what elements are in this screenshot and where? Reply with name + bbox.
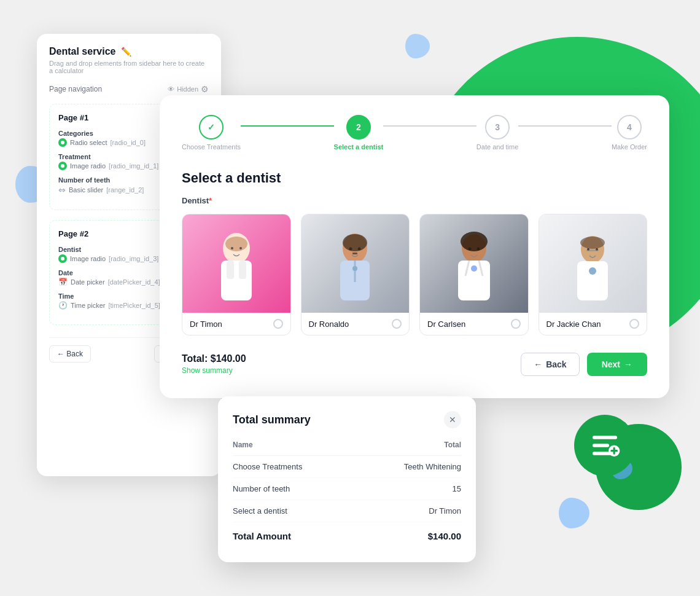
step-3: 3 Date and time (476, 115, 518, 151)
step-4-circle: 4 (617, 115, 642, 139)
svg-rect-37 (586, 249, 599, 251)
step-connector-1 (241, 125, 334, 127)
dentist-jackiechan-name: Dr Jackie Chan (546, 320, 601, 329)
dentist-timon-footer: Dr Timon (182, 313, 290, 335)
summary-modal: Total summary ✕ Name Total Choose Treatm… (218, 396, 476, 562)
required-marker: * (209, 196, 212, 205)
dentist-timon-radio[interactable] (273, 319, 283, 329)
back-arrow-icon: ← (534, 359, 542, 369)
dentist-ronaldo-radio[interactable] (392, 319, 402, 329)
step-connector-3 (518, 125, 612, 127)
svg-rect-21 (352, 253, 357, 254)
step-1: ✓ Choose Treatments (182, 115, 241, 151)
summary-row-treatments: Choose Treatments Teeth Whitening (233, 456, 461, 478)
summary-header: Total summary ✕ (233, 411, 461, 428)
dentist-jackiechan-radio[interactable] (629, 319, 639, 329)
step-3-label: Date and time (476, 143, 518, 151)
svg-point-20 (343, 234, 367, 251)
dentist-card-jackiechan[interactable]: Dr Jackie Chan (539, 214, 648, 335)
hidden-badge: 👁 Hidden ⚙ (168, 84, 209, 94)
step-4: 4 Make Order (612, 115, 647, 151)
summary-row-treatments-name: Choose Treatments (233, 456, 358, 478)
svg-rect-10 (221, 261, 252, 300)
svg-point-23 (352, 266, 357, 271)
back-button[interactable]: ← Back (521, 353, 579, 376)
editor-header: Dental service ✏️ (49, 46, 209, 57)
radio-icon-dentist (58, 254, 67, 263)
step-2: 2 Select a dentist (334, 115, 384, 151)
stepper: ✓ Choose Treatments 2 Select a dentist 3… (182, 115, 647, 151)
summary-row-dentist: Select a dentist Dr Timon (233, 500, 461, 522)
bg-blob-top (405, 34, 430, 58)
nav-buttons: ← Back Next → (521, 353, 647, 376)
summary-row-treatments-value: Teeth Whitening (358, 456, 461, 478)
next-button[interactable]: Next → (587, 353, 647, 376)
step-2-label: Select a dentist (334, 143, 384, 151)
dentist-jackiechan-photo (539, 214, 647, 313)
svg-point-6 (61, 141, 64, 144)
editor-back-button[interactable]: ← Back (49, 345, 91, 363)
dentist-carlsen-radio[interactable] (511, 319, 521, 329)
edit-icon: ✏️ (121, 47, 131, 57)
summary-total-label: Total Amount (233, 522, 358, 548)
svg-point-11 (225, 237, 247, 251)
total-amount: Total: $140.00 (182, 353, 246, 364)
summary-total-row: Total Amount $140.00 (233, 522, 461, 548)
section-title: Select a dentist (182, 170, 647, 186)
summary-col-name: Name (233, 441, 358, 456)
svg-rect-14 (227, 261, 234, 279)
calendar-icon: 📅 (58, 278, 68, 286)
step-1-circle: ✓ (199, 115, 224, 139)
radio-icon-treatment (58, 162, 67, 170)
svg-point-7 (61, 164, 64, 168)
svg-rect-33 (577, 261, 608, 300)
step-4-label: Make Order (612, 143, 647, 151)
dentist-carlsen-photo (420, 214, 528, 313)
total-info: Total: $140.00 Show summary (182, 353, 246, 375)
step-connector-2 (383, 125, 476, 127)
svg-rect-15 (239, 261, 246, 279)
page-nav-label: Page navigation (49, 85, 102, 93)
green-icon-circle (574, 415, 636, 476)
summary-row-teeth-name: Number of teeth (233, 478, 358, 500)
clock-icon: 🕐 (58, 301, 68, 310)
svg-point-36 (580, 237, 605, 249)
summary-total-value: $140.00 (358, 522, 461, 548)
svg-point-12 (231, 247, 233, 249)
editor-subtitle: Drag and drop elements from sidebar here… (49, 60, 209, 74)
eye-off-icon: 👁 (168, 85, 174, 93)
settings-icon[interactable]: ⚙ (201, 84, 209, 94)
dentist-carlsen-name: Dr Carlsen (427, 320, 465, 329)
svg-point-38 (589, 267, 596, 275)
summary-table: Name Total Choose Treatments Teeth White… (233, 441, 461, 547)
summary-row-dentist-name: Select a dentist (233, 500, 358, 522)
summary-close-button[interactable]: ✕ (444, 411, 461, 428)
svg-point-31 (471, 265, 477, 272)
summary-col-total: Total (358, 441, 461, 456)
step-2-circle: 2 (346, 115, 371, 139)
summary-row-teeth-value: 15 (358, 478, 461, 500)
summary-row-dentist-value: Dr Timon (358, 500, 461, 522)
dentist-timon-photo (182, 214, 290, 313)
summary-row-teeth: Number of teeth 15 (233, 478, 461, 500)
preview-panel: ✓ Choose Treatments 2 Select a dentist 3… (160, 95, 669, 398)
dentist-carlsen-footer: Dr Carlsen (420, 313, 528, 335)
dentist-card-timon[interactable]: Dr Timon (182, 214, 291, 335)
show-summary-link[interactable]: Show summary (182, 366, 233, 375)
svg-point-13 (239, 247, 242, 249)
dentist-card-ronaldo[interactable]: Dr Ronaldo (301, 214, 410, 335)
svg-point-8 (61, 257, 64, 261)
step-3-circle: 3 (485, 115, 510, 139)
editor-title: Dental service (49, 46, 116, 57)
radio-icon-categories (58, 138, 67, 147)
dentist-jackiechan-footer: Dr Jackie Chan (539, 313, 647, 335)
page-nav-row: Page navigation 👁 Hidden ⚙ (49, 84, 209, 94)
next-arrow-icon: → (624, 359, 632, 369)
dentist-card-carlsen[interactable]: Dr Carlsen (419, 214, 529, 335)
svg-point-28 (461, 232, 488, 251)
slider-icon: ⇔ (58, 185, 66, 195)
dentist-ronaldo-footer: Dr Ronaldo (301, 313, 410, 335)
bg-blob-br (559, 498, 589, 528)
dentist-ronaldo-name: Dr Ronaldo (309, 320, 349, 329)
bottom-bar: Total: $140.00 Show summary ← Back Next … (182, 353, 647, 376)
